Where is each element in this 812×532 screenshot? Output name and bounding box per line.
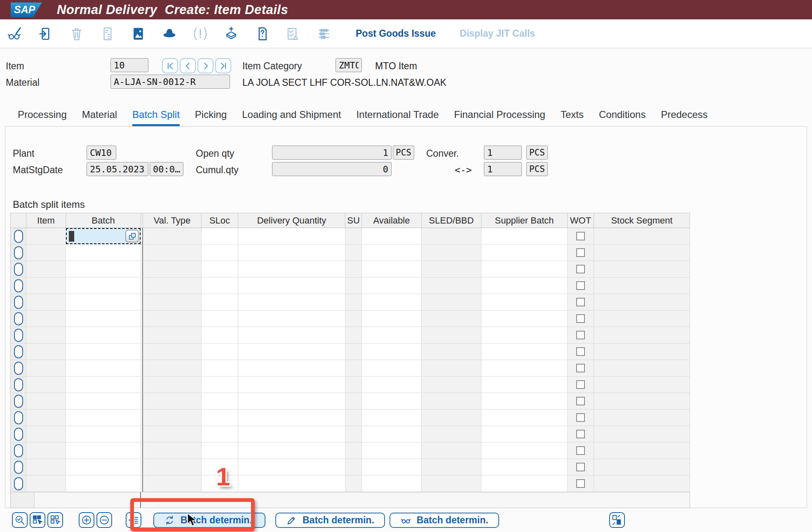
- calculate-icon[interactable]: [315, 25, 333, 43]
- cell-sloc[interactable]: [202, 245, 238, 261]
- batch-determination-button-1[interactable]: Batch determin.: [153, 513, 265, 528]
- cell-supplier-batch[interactable]: [481, 443, 568, 459]
- cell-batch[interactable]: [66, 344, 141, 360]
- matstgdate-date-field[interactable]: [87, 162, 148, 176]
- insert-row-icon[interactable]: [79, 512, 94, 528]
- wot-checkbox[interactable]: [576, 463, 585, 471]
- row-select-button[interactable]: [14, 246, 23, 259]
- row-select-button[interactable]: [14, 461, 23, 474]
- cell-delivery-quantity[interactable]: [238, 426, 345, 443]
- wot-checkbox[interactable]: [576, 446, 585, 455]
- tab-financial-processing[interactable]: Financial Processing: [454, 109, 545, 126]
- first-page-icon[interactable]: [162, 58, 178, 73]
- post-goods-issue-button[interactable]: Post Goods Issue: [356, 28, 436, 39]
- cell-supplier-batch[interactable]: [481, 410, 568, 426]
- row-select-button[interactable]: [14, 345, 23, 358]
- row-select-button[interactable]: [14, 263, 23, 276]
- checks-icon[interactable]: [284, 25, 302, 43]
- item-category-field[interactable]: [336, 58, 362, 72]
- row-select-button[interactable]: [14, 230, 23, 243]
- cell-available[interactable]: [362, 344, 422, 360]
- cell-available[interactable]: [362, 294, 422, 311]
- cell-batch[interactable]: [66, 261, 141, 278]
- matstgdate-time-field[interactable]: [150, 162, 183, 176]
- conversion2-unit-field[interactable]: PCS: [526, 162, 548, 176]
- horizontal-scroll-track[interactable]: [141, 492, 690, 508]
- last-page-icon[interactable]: [215, 58, 231, 73]
- cell-supplier-batch[interactable]: [481, 344, 568, 360]
- cell-batch[interactable]: [66, 360, 141, 377]
- cell-sloc[interactable]: [202, 228, 238, 245]
- cell-delivery-quantity[interactable]: [238, 393, 345, 410]
- cell-available[interactable]: [362, 393, 422, 410]
- cell-supplier-batch[interactable]: [481, 327, 568, 344]
- cell-sloc[interactable]: [202, 278, 238, 294]
- cell-available[interactable]: [362, 426, 422, 443]
- matchcode-search-help-button[interactable]: [125, 230, 139, 242]
- open-qty-field[interactable]: [272, 146, 392, 160]
- cell-supplier-batch[interactable]: [481, 294, 568, 311]
- tab-conditions[interactable]: Conditions: [599, 109, 645, 126]
- cell-sloc[interactable]: [202, 311, 238, 327]
- cell-supplier-batch[interactable]: [481, 360, 568, 377]
- cell-sloc[interactable]: [202, 410, 238, 426]
- cell-available[interactable]: [362, 311, 422, 327]
- cell-sloc[interactable]: [202, 360, 238, 377]
- cell-batch[interactable]: [66, 294, 141, 311]
- cell-available[interactable]: [362, 443, 422, 459]
- tab-predecess[interactable]: Predecess: [661, 109, 707, 126]
- cumul-qty-field[interactable]: [272, 162, 392, 176]
- wot-checkbox[interactable]: [576, 298, 585, 306]
- cell-batch[interactable]: [66, 377, 141, 393]
- cell-available[interactable]: [362, 278, 422, 294]
- tab-picking[interactable]: Picking: [195, 109, 227, 126]
- row-select-button[interactable]: [14, 312, 23, 325]
- cell-batch[interactable]: [66, 311, 141, 327]
- select-all-icon[interactable]: [30, 512, 45, 528]
- cell-sloc[interactable]: [202, 426, 238, 443]
- cell-supplier-batch[interactable]: [481, 426, 568, 443]
- cell-batch[interactable]: [66, 245, 141, 261]
- cell-delivery-quantity[interactable]: [238, 294, 345, 311]
- cell-batch[interactable]: [66, 410, 141, 426]
- cell-sloc[interactable]: [202, 327, 238, 344]
- delete-icon[interactable]: [68, 25, 86, 43]
- material-field[interactable]: [110, 75, 230, 89]
- pack-icon[interactable]: [222, 25, 240, 43]
- cell-sloc[interactable]: [202, 443, 238, 459]
- cell-delivery-quantity[interactable]: [238, 245, 345, 261]
- cell-sloc[interactable]: [202, 377, 238, 393]
- open-qty-unit-field[interactable]: PCS: [393, 146, 414, 160]
- tab-texts[interactable]: Texts: [561, 109, 584, 126]
- cell-delivery-quantity[interactable]: [238, 377, 345, 393]
- wot-checkbox[interactable]: [576, 413, 585, 422]
- table-settings-icon[interactable]: [609, 512, 625, 528]
- prev-page-icon[interactable]: [180, 58, 196, 73]
- cell-delivery-quantity[interactable]: [238, 410, 345, 426]
- next-page-icon[interactable]: [197, 58, 214, 73]
- help-doc-icon[interactable]: [253, 25, 271, 43]
- cell-delivery-quantity[interactable]: [238, 476, 345, 492]
- row-select-button[interactable]: [14, 428, 23, 441]
- cell-batch[interactable]: [66, 476, 141, 492]
- cell-delivery-quantity[interactable]: [238, 228, 345, 245]
- row-select-button[interactable]: [14, 296, 23, 309]
- cell-supplier-batch[interactable]: [481, 476, 568, 492]
- cell-batch[interactable]: [66, 327, 141, 344]
- wot-checkbox[interactable]: [576, 380, 585, 389]
- cell-available[interactable]: [362, 360, 422, 377]
- cell-delivery-quantity[interactable]: [238, 459, 345, 476]
- wot-checkbox[interactable]: [576, 331, 585, 339]
- cell-supplier-batch[interactable]: [481, 393, 568, 410]
- wot-checkbox[interactable]: [576, 265, 585, 273]
- cell-sloc[interactable]: [202, 476, 238, 492]
- wot-checkbox[interactable]: [576, 479, 585, 488]
- wot-checkbox[interactable]: [576, 248, 585, 257]
- wot-checkbox[interactable]: [576, 281, 585, 290]
- cell-available[interactable]: [362, 261, 422, 278]
- conversion-unit-field[interactable]: PCS: [526, 146, 548, 160]
- cell-batch[interactable]: [66, 228, 141, 245]
- cell-supplier-batch[interactable]: [481, 228, 568, 245]
- plant-field[interactable]: [87, 146, 116, 160]
- cell-delivery-quantity[interactable]: [238, 278, 345, 294]
